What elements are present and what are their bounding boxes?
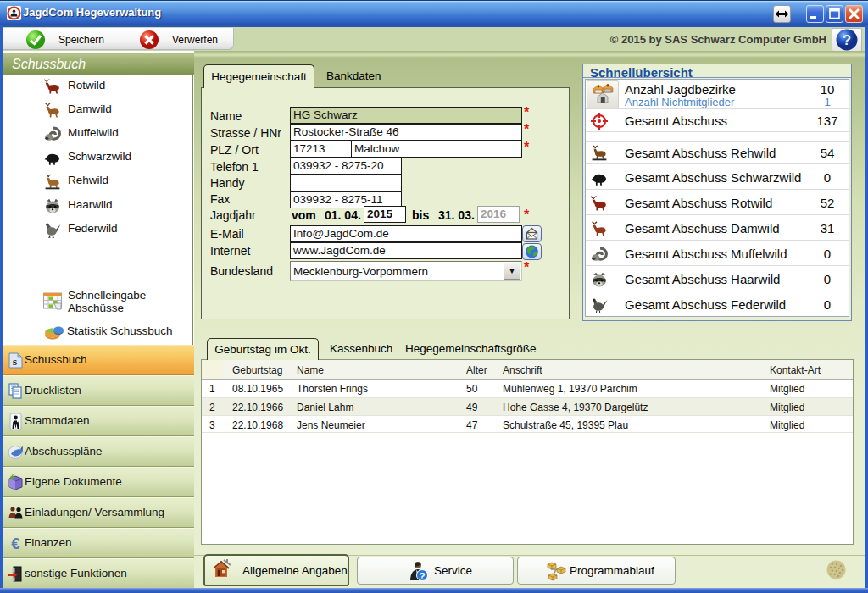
svg-text:s: s xyxy=(13,355,17,368)
svg-text:?: ? xyxy=(843,32,851,48)
svg-text:€: € xyxy=(11,535,20,552)
svg-text:?: ? xyxy=(419,571,425,581)
